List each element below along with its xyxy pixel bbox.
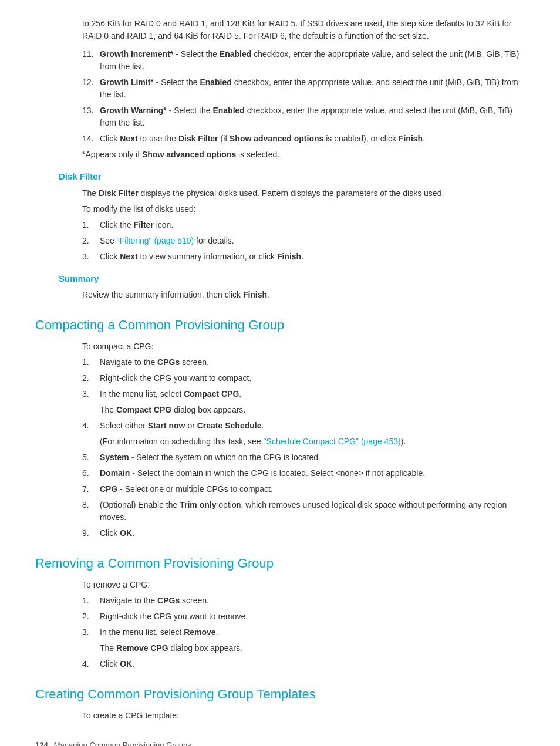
disk-filter-para: The Disk Filter displays the physical di… (82, 187, 525, 200)
creating-intro: To create a CPG template: (82, 710, 525, 722)
summary-heading: Summary (59, 272, 525, 286)
footer-page-num: 124 (35, 740, 48, 746)
summary-section: Summary Review the summary information, … (35, 272, 525, 302)
removing-steps: 1. Navigate to the CPGs screen. 2. Right… (82, 595, 525, 670)
compacting-step-2: 2. Right-click the CPG you want to compa… (82, 372, 525, 384)
removing-step-1: 1. Navigate to the CPGs screen. (82, 595, 525, 607)
removing-step-3-note: The Remove CPG dialog box appears. (82, 642, 525, 654)
item-14-content: Click Next to use the Disk Filter (if Sh… (100, 133, 425, 145)
compacting-step-4-note: (For information on scheduling this task… (82, 436, 525, 448)
list-item-12: 12. Growth Limit* - Select the Enabled c… (82, 76, 525, 101)
creating-heading: Creating Common Provisioning Group Templ… (35, 684, 525, 704)
list-item-13: 13. Growth Warning* - Select the Enabled… (82, 104, 525, 129)
item-13-num: 13. (82, 104, 100, 129)
disk-filter-step-1: 1. Click the Filter icon. (82, 219, 525, 231)
intro-text: to 256 KiB for RAID 0 and RAID 1, and 12… (82, 18, 525, 42)
compacting-step-3-note: The Compact CPG dialog box appears. (82, 404, 525, 416)
creating-section: Creating Common Provisioning Group Templ… (35, 684, 525, 722)
removing-step-3: 3. In the menu list, select Remove. (82, 626, 525, 639)
compacting-step-5: 5. System - Select the system on which o… (82, 451, 525, 464)
numbered-list-11-14: 11. Growth Increment* - Select the Enabl… (82, 48, 525, 145)
item-11-content: Growth Increment* - Select the Enabled c… (100, 48, 525, 73)
page-footer: 124 Managing Common Provisioning Groups (35, 740, 525, 746)
removing-step-4: 4. Click OK. (82, 658, 525, 670)
item-14-num: 14. (82, 133, 100, 145)
compacting-step-7: 7. CPG - Select one or multiple CPGs to … (82, 483, 525, 495)
item-13-content: Growth Warning* - Select the Enabled che… (100, 104, 525, 129)
list-item-14: 14. Click Next to use the Disk Filter (i… (82, 133, 525, 145)
compacting-step-4: 4. Select either Start now or Create Sch… (82, 420, 525, 432)
disk-filter-steps: 1. Click the Filter icon. 2. See "Filter… (82, 219, 525, 263)
removing-intro: To remove a CPG: (82, 579, 525, 591)
item-11-num: 11. (82, 48, 100, 73)
compacting-step-9: 9. Click OK. (82, 527, 525, 539)
schedule-compact-link[interactable]: "Schedule Compact CPG" (page 453) (264, 437, 401, 446)
compacting-step-3: 3. In the menu list, select Compact CPG. (82, 388, 525, 400)
item-12-content: Growth Limit* - Select the Enabled check… (100, 76, 525, 101)
disk-filter-step-3: 3. Click Next to view summary informatio… (82, 251, 525, 263)
compacting-step-6: 6. Domain - Select the domain in which t… (82, 467, 525, 480)
list-item-11: 11. Growth Increment* - Select the Enabl… (82, 48, 525, 73)
disk-filter-step-2: 2. See "Filtering" (page 510) for detail… (82, 235, 525, 247)
disk-filter-modify: To modify the list of disks used: (82, 203, 525, 215)
compacting-intro: To compact a CPG: (82, 340, 525, 353)
disk-filter-section: Disk Filter The Disk Filter displays the… (35, 170, 525, 263)
compacting-section: Compacting a Common Provisioning Group T… (35, 315, 525, 539)
item-12-num: 12. (82, 76, 100, 101)
removing-heading: Removing a Common Provisioning Group (35, 553, 525, 573)
asterisk-note: *Appears only if Show advanced options i… (82, 148, 525, 161)
removing-section: Removing a Common Provisioning Group To … (35, 553, 525, 670)
footer-text: Managing Common Provisioning Groups (54, 740, 191, 746)
summary-body: Review the summary information, then cli… (82, 289, 525, 301)
disk-filter-heading: Disk Filter (59, 170, 525, 184)
removing-step-2: 2. Right-click the CPG you want to remov… (82, 610, 525, 623)
compacting-step-1: 1. Navigate to the CPGs screen. (82, 356, 525, 369)
compacting-heading: Compacting a Common Provisioning Group (35, 315, 525, 335)
compacting-step-8: 8. (Optional) Enable the Trim only optio… (82, 499, 525, 524)
filtering-link[interactable]: "Filtering" (page 510) (117, 236, 194, 245)
compacting-steps: 1. Navigate to the CPGs screen. 2. Right… (82, 356, 525, 539)
